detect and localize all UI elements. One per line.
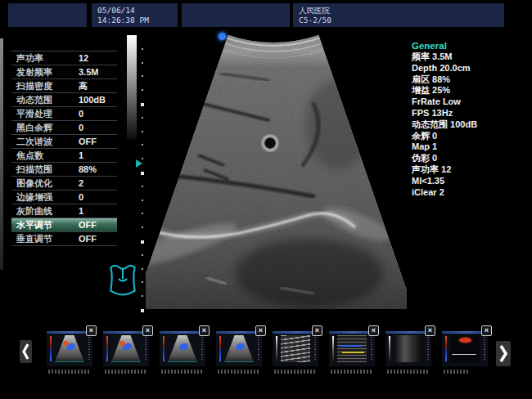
parameter-value: 0: [79, 191, 83, 204]
thumbnail[interactable]: ×: [47, 331, 92, 366]
depth-tick: [142, 89, 143, 91]
parameter-row[interactable]: 图像优化 2: [11, 176, 117, 190]
hospital-name: 人民医院: [293, 3, 504, 16]
image-info-panel: General 频率 3.5MDepth 20.0cm扇区 88%增益 25%F…: [412, 40, 530, 198]
date-text: 05/06/14: [92, 3, 178, 16]
thumbnail-close-icon[interactable]: ×: [199, 325, 210, 336]
image-info-line: 动态范围 100dB: [412, 119, 530, 131]
depth-tick: [141, 172, 144, 175]
thumbnail-close-icon[interactable]: ×: [142, 325, 153, 336]
depth-tick: [142, 48, 143, 50]
ultrasound-system-screen: 05/06/14 14:26:38 PM 人民医院 C5-2/50 声功率 12…: [0, 0, 532, 399]
topbar-logo-cell: [8, 3, 87, 27]
image-info-line: Map 1: [412, 141, 530, 153]
time-text: 14:26:38 PM: [92, 16, 178, 25]
thumbnail-caption: [105, 370, 147, 374]
parameter-value: 100dB: [79, 93, 106, 106]
depth-tick: [142, 226, 143, 228]
parameter-row[interactable]: 发射频率 3.5M: [11, 65, 117, 78]
depth-tick: [142, 200, 143, 201]
parameter-row[interactable]: 灰阶曲线 1: [11, 204, 117, 217]
parameter-row[interactable]: 动态范围 100dB: [11, 92, 117, 106]
parameter-label: 水平调节: [16, 218, 52, 231]
parameter-row[interactable]: 扫描范围 88%: [11, 162, 117, 176]
thumbnail-colorbar: [219, 336, 221, 361]
thumbnail-close-icon[interactable]: ×: [255, 325, 266, 336]
image-info-line: MI<1.35: [412, 176, 530, 187]
thumbnail[interactable]: ×: [273, 331, 318, 366]
thumbnail-colorbar: [276, 336, 277, 361]
focus-marker-icon: [136, 159, 142, 168]
parameter-row[interactable]: 焦点数 1: [11, 148, 117, 162]
image-info-line: 频率 3.5M: [412, 52, 530, 63]
thumbnail[interactable]: ×: [385, 331, 431, 366]
image-info-line: Depth 20.0cm: [412, 63, 530, 74]
topbar-hospital-cell: 人民医院 C5-2/50: [293, 3, 504, 27]
thumbnail[interactable]: ×: [103, 331, 149, 366]
parameter-row[interactable]: 扫描密度 高: [11, 78, 117, 92]
topbar-datetime-cell: 05/06/14 14:26:38 PM: [92, 3, 178, 27]
depth-tick: [142, 144, 143, 146]
thumbnail-colorbar: [106, 336, 108, 361]
parameter-label: 扫描范围: [16, 163, 52, 176]
image-info-line: 扇区 88%: [412, 74, 530, 86]
thumbnail-close-icon[interactable]: ×: [312, 325, 322, 336]
parameter-row[interactable]: 垂直调节 OFF: [11, 231, 117, 245]
image-info-line: 声功率 12: [412, 164, 530, 176]
thumbnail-caption: [48, 370, 91, 374]
parameter-row[interactable]: 声功率 12: [11, 51, 117, 65]
ultrasound-image[interactable]: [146, 34, 407, 309]
parameter-row[interactable]: 水平调节 OFF: [11, 217, 117, 231]
chevron-left-icon: [20, 340, 32, 363]
topbar-patient-cell: [182, 3, 290, 27]
image-info-panel-lines: 频率 3.5MDepth 20.0cm扇区 88%增益 25%FrRate Lo…: [412, 52, 530, 198]
parameter-row[interactable]: 边缘增强 0: [11, 190, 117, 204]
thumbnail-image: [394, 335, 423, 362]
body-marker-icon: [107, 262, 138, 297]
depth-tick: [142, 75, 143, 77]
thumbnail-close-icon[interactable]: ×: [86, 325, 97, 336]
thumbnail-image: [450, 335, 480, 362]
parameter-value: 1: [79, 149, 83, 162]
parameter-value: OFF: [79, 135, 97, 148]
thumbnail[interactable]: ×: [216, 331, 262, 366]
thumbnail[interactable]: ×: [442, 331, 488, 366]
image-info-line: iClear 2: [412, 187, 530, 199]
thumbnail-image: [168, 335, 197, 362]
parameter-label: 图像优化: [16, 177, 52, 190]
tgc-edge-strip: [0, 38, 3, 270]
parameter-row[interactable]: 平滑处理 0: [11, 106, 117, 120]
parameter-label: 二次谐波: [16, 135, 52, 148]
preset-title: General: [412, 40, 530, 52]
parameter-value: 高: [79, 79, 88, 92]
parameter-label: 平滑处理: [16, 107, 52, 120]
thumbnail-prev-button[interactable]: [20, 340, 32, 363]
depth-tick: [142, 213, 143, 214]
thumbnail-close-icon[interactable]: ×: [368, 325, 379, 336]
thumbnail-caption: [161, 370, 204, 374]
depth-tick: [142, 295, 143, 297]
parameter-value: 0: [79, 121, 83, 134]
parameter-value: 12: [79, 52, 88, 65]
parameter-value: OFF: [79, 232, 97, 245]
parameter-row[interactable]: 黑白余辉 0: [11, 120, 117, 134]
chevron-right-icon: [496, 341, 511, 366]
thumbnail-image: [111, 335, 141, 362]
left-parameter-list: 声功率 12 发射频率 3.5M 扫描密度 高 动态范围 100dB 平滑处理 …: [11, 51, 117, 246]
thumbnail-side-text: [484, 337, 485, 360]
parameter-row[interactable]: 二次谐波 OFF: [11, 134, 117, 148]
thumbnail-side-text: [371, 337, 372, 360]
thumbnail-image: [337, 335, 367, 362]
thumbnail-close-icon[interactable]: ×: [481, 325, 492, 336]
thumbnail-caption: [274, 370, 317, 374]
thumbnail-image: [224, 335, 254, 362]
image-info-line: FPS 13Hz: [412, 108, 530, 119]
thumbnail-next-button[interactable]: [496, 341, 511, 366]
thumbnail-close-icon[interactable]: ×: [425, 325, 435, 336]
thumbnail[interactable]: ×: [329, 331, 375, 366]
depth-tick: [142, 281, 143, 283]
parameter-label: 发射频率: [16, 65, 52, 78]
thumbnail-colorbar: [50, 336, 52, 361]
image-info-line: 增益 25%: [412, 85, 530, 96]
thumbnail[interactable]: ×: [160, 331, 205, 366]
